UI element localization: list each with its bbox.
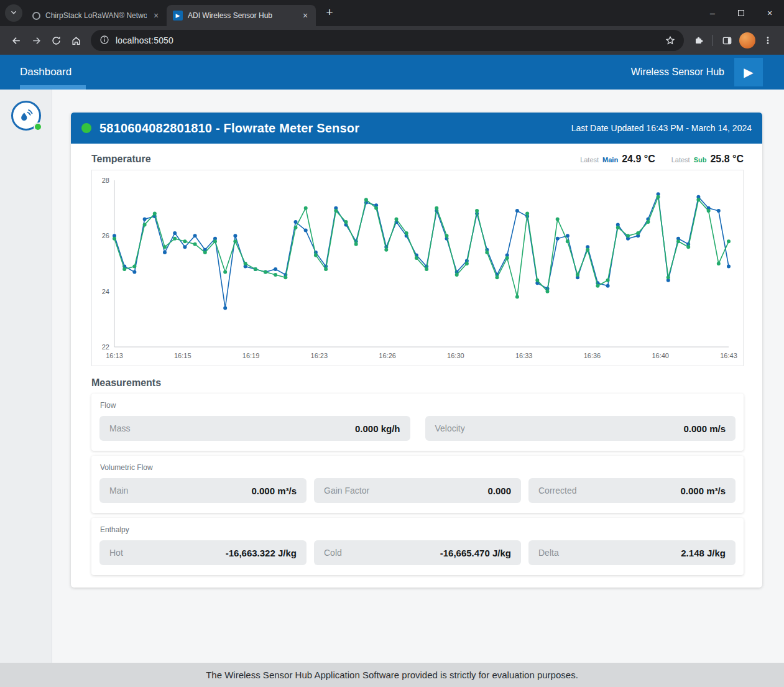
group-label: Volumetric Flow <box>100 463 736 472</box>
tab-adi-wireless-sensor-hub[interactable]: ▶ ADI Wireless Sensor Hub × <box>167 5 316 26</box>
group-label: Flow <box>100 401 736 410</box>
window-controls: – × <box>698 0 784 26</box>
field-row: Main 0.000 m³/s Gain Factor 0.000 Correc… <box>99 478 736 503</box>
sidebar <box>0 90 52 663</box>
close-tab-icon[interactable]: × <box>300 10 311 21</box>
forward-button[interactable] <box>26 30 46 50</box>
reload-button[interactable] <box>46 30 66 50</box>
sensor-card-body: Temperature Latest Main 24.9 °C Latest S… <box>71 144 762 588</box>
field-label: Hot <box>109 548 123 558</box>
field-value: 2.148 J/kg <box>681 548 726 558</box>
field-gain-factor: Gain Factor 0.000 <box>314 478 521 503</box>
temperature-section-head: Temperature Latest Main 24.9 °C Latest S… <box>91 154 744 165</box>
svg-text:16:15: 16:15 <box>174 352 191 359</box>
extensions-button[interactable] <box>689 30 709 50</box>
field-label: Mass <box>109 423 130 433</box>
back-icon <box>11 35 22 46</box>
latest-sub-label: Latest <box>671 156 690 164</box>
svg-text:16:30: 16:30 <box>447 352 464 359</box>
measurements-section-head: Measurements <box>91 377 744 389</box>
tab-search-button[interactable] <box>5 4 22 22</box>
field-label: Cold <box>324 548 342 558</box>
legend-sub-name: Sub <box>694 156 707 164</box>
field-label: Main <box>109 486 128 496</box>
field-value: 0.000 m/s <box>683 423 726 434</box>
sensor-card: 5810604082801810 - Flowrate Meter Sensor… <box>71 113 762 588</box>
home-button[interactable] <box>66 30 86 50</box>
field-value: 0.000 m³/s <box>680 486 726 496</box>
maximize-icon <box>738 10 744 16</box>
field-value: 0.000 kg/h <box>355 423 400 434</box>
svg-text:16:36: 16:36 <box>584 352 601 359</box>
address-bar[interactable]: localhost:5050 <box>91 30 684 51</box>
svg-text:16:33: 16:33 <box>515 352 533 359</box>
navbar-right: Wireless Sensor Hub ▶ <box>631 58 763 86</box>
chevron-down-icon <box>10 7 17 19</box>
back-button[interactable] <box>6 30 26 50</box>
field-value: -16,663.322 J/kg <box>226 548 297 558</box>
main-panel: 5810604082801810 - Flowrate Meter Sensor… <box>52 90 784 663</box>
svg-text:24: 24 <box>102 288 109 295</box>
field-label: Corrected <box>538 486 576 496</box>
adi-logo-icon[interactable]: ▶ <box>734 58 763 86</box>
svg-text:16:40: 16:40 <box>652 352 669 359</box>
browser-toolbar: localhost:5050 <box>0 26 784 55</box>
kebab-menu-icon <box>763 35 772 45</box>
maximize-button[interactable] <box>727 0 755 26</box>
field-label: Velocity <box>435 423 465 433</box>
field-label: Gain Factor <box>324 486 369 496</box>
field-row: Mass 0.000 kg/h Velocity 0.000 m/s <box>99 416 736 441</box>
temperature-line-chart[interactable]: 2224262816:1316:1516:1916:2316:2616:3016… <box>92 170 742 366</box>
minimize-button[interactable]: – <box>698 0 727 26</box>
new-tab-button[interactable]: + <box>321 4 338 21</box>
browser-window: ChirpStack LoRaWAN® Networ × ▶ ADI Wirel… <box>0 0 784 687</box>
field-value: 0.000 <box>487 486 511 496</box>
nav-dashboard-link[interactable]: Dashboard <box>20 66 71 78</box>
status-dot <box>81 123 91 133</box>
svg-text:22: 22 <box>102 343 109 351</box>
sensor-title: 5810604082801810 - Flowrate Meter Sensor <box>99 121 359 136</box>
measurement-group-enthalpy: Enthalpy Hot -16,663.322 J/kg Cold -16,6… <box>91 518 744 575</box>
group-label: Enthalpy <box>100 525 736 534</box>
svg-text:16:19: 16:19 <box>242 352 260 359</box>
side-panel-icon <box>722 35 732 46</box>
side-panel-button[interactable] <box>717 30 737 50</box>
site-info-icon[interactable] <box>99 35 109 47</box>
home-icon <box>71 35 81 46</box>
close-tab-icon[interactable]: × <box>150 10 162 21</box>
footer-text: The Wireless Sensor Hub Application Soft… <box>206 670 578 680</box>
field-delta: Delta 2.148 J/kg <box>528 540 736 565</box>
temperature-heading: Temperature <box>91 154 151 165</box>
tab-strip: ChirpStack LoRaWAN® Networ × ▶ ADI Wirel… <box>0 0 784 26</box>
field-volumetric-main: Main 0.000 m³/s <box>99 478 307 503</box>
measurement-group-volumetric-flow: Volumetric Flow Main 0.000 m³/s Gain Fac… <box>91 456 744 513</box>
field-value: 0.000 m³/s <box>251 486 297 496</box>
close-window-button[interactable]: × <box>755 0 784 26</box>
url-text[interactable]: localhost:5050 <box>116 35 660 45</box>
field-row: Hot -16,663.322 J/kg Cold -16,665.470 J/… <box>99 540 736 565</box>
field-velocity: Velocity 0.000 m/s <box>425 416 736 441</box>
nav-active-indicator <box>20 85 86 90</box>
profile-avatar[interactable] <box>739 32 755 48</box>
browser-menu-button[interactable] <box>758 30 778 50</box>
app-title: Wireless Sensor Hub <box>631 67 724 78</box>
svg-text:16:26: 16:26 <box>379 352 396 359</box>
tab-chirpstack[interactable]: ChirpStack LoRaWAN® Networ × <box>26 5 167 26</box>
adi-favicon-icon: ▶ <box>173 11 183 21</box>
field-cold: Cold -16,665.470 J/kg <box>314 540 521 565</box>
toolbar-divider <box>713 35 713 46</box>
latest-sub-value: 25.8 °C <box>710 154 744 165</box>
measurements-heading: Measurements <box>91 377 161 389</box>
bookmark-button[interactable] <box>660 30 680 50</box>
svg-text:26: 26 <box>102 232 109 239</box>
sensor-online-dot <box>34 122 42 131</box>
latest-main-value: 24.9 °C <box>622 154 655 165</box>
chirpstack-favicon-icon <box>32 12 40 20</box>
field-label: Delta <box>538 548 559 558</box>
temperature-chart-container: 2224262816:1316:1516:1916:2316:2616:3016… <box>91 170 744 366</box>
evaluation-footer: The Wireless Sensor Hub Application Soft… <box>0 663 784 687</box>
svg-text:16:23: 16:23 <box>311 352 328 359</box>
sensor-card-header: 5810604082801810 - Flowrate Meter Sensor… <box>71 113 762 144</box>
svg-text:16:43: 16:43 <box>720 352 737 359</box>
sidebar-item-flowrate-sensor[interactable] <box>11 101 41 131</box>
